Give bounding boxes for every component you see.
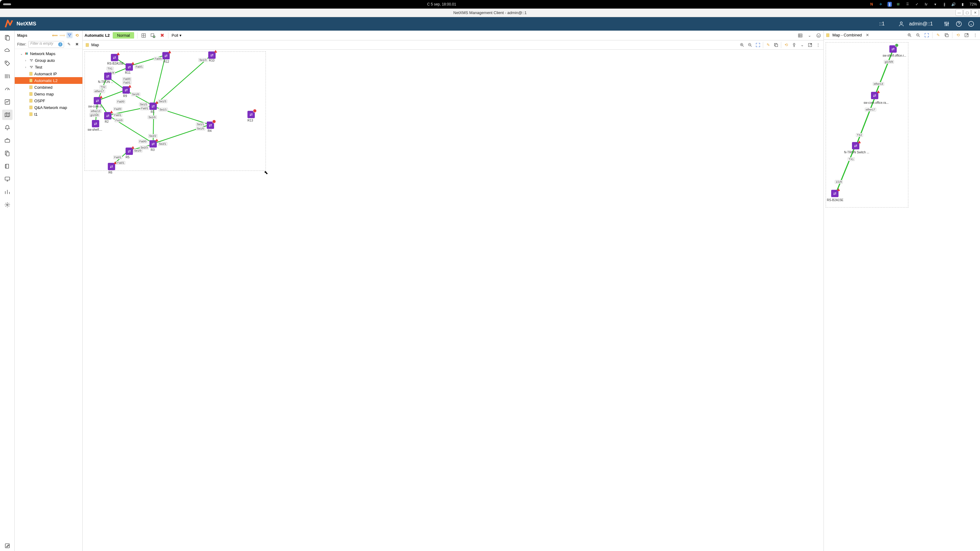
settings-sliders-icon[interactable]: [942, 19, 951, 29]
node-rs[interactable]: [111, 54, 118, 61]
zoom-out-icon[interactable]: [915, 32, 921, 38]
filter-toggle-icon[interactable]: [67, 32, 73, 38]
telegram-icon[interactable]: ✈: [878, 2, 883, 7]
zoom-fit-icon[interactable]: [755, 42, 761, 48]
node-r13[interactable]: [247, 111, 255, 118]
copy-icon[interactable]: [943, 32, 950, 38]
lang-indicator[interactable]: lv: [924, 2, 929, 7]
rail-library-icon[interactable]: [2, 71, 13, 81]
shield-icon[interactable]: ⛨: [896, 2, 901, 7]
rail-objects-icon[interactable]: [2, 32, 13, 43]
filter-info-icon[interactable]: i: [58, 42, 62, 46]
nav-forward-icon[interactable]: ⟹: [59, 32, 65, 38]
edit-pencil-icon[interactable]: ✎: [935, 32, 941, 38]
node-r3[interactable]: [150, 140, 157, 148]
node-ntron[interactable]: [852, 142, 859, 149]
volume-icon[interactable]: 🔊: [951, 2, 956, 7]
dropbox-icon[interactable]: ⠿: [905, 2, 910, 7]
rail-config-icon[interactable]: [2, 200, 13, 210]
bluetooth-tray-icon[interactable]: ∦: [888, 2, 892, 7]
wifi-icon[interactable]: ▾: [933, 2, 938, 7]
rail-edit-icon[interactable]: [2, 541, 13, 551]
copy-icon[interactable]: [773, 42, 779, 48]
zoom-out-icon[interactable]: [747, 42, 753, 48]
maps-tree[interactable]: ⌄ Network Maps › Group auto › Test Autom…: [15, 49, 83, 551]
rail-gauge-icon[interactable]: [2, 84, 13, 94]
window-maximize-button[interactable]: ▢: [964, 9, 971, 16]
tree-item-automatic-l2[interactable]: Automatic L2: [15, 77, 83, 84]
right-map-canvas[interactable]: sw-shelf.office.r... gi1/0/8 ether13 sw-…: [824, 40, 980, 551]
battery-icon[interactable]: ▮: [960, 2, 965, 7]
map-canvas[interactable]: RS-B2A15E TX1 1/1/8 R11 Fa0/1 Fa0/0 Fa0/…: [83, 49, 824, 551]
delete-icon[interactable]: ✖: [159, 32, 165, 38]
node-r1[interactable]: [150, 103, 157, 110]
nav-back-icon[interactable]: ⟸: [52, 32, 58, 38]
tree-group-auto[interactable]: › Group auto: [15, 57, 83, 64]
rail-chart-icon[interactable]: [2, 97, 13, 107]
chevron-down-icon[interactable]: ⌄: [807, 32, 813, 38]
node-ntron[interactable]: [104, 73, 111, 80]
open-external-icon[interactable]: [807, 42, 813, 48]
edit-pencil-icon[interactable]: ✎: [765, 42, 771, 48]
collapse-icon[interactable]: [816, 32, 822, 38]
right-tab-label[interactable]: Map - Combined: [832, 33, 862, 37]
node-r6[interactable]: [108, 163, 115, 170]
os-menu-pill[interactable]: [3, 3, 11, 5]
tree-item-combined[interactable]: Combined: [15, 84, 83, 91]
add-object-icon[interactable]: [150, 32, 156, 38]
tree-root-network-maps[interactable]: ⌄ Network Maps: [15, 50, 83, 57]
rail-tags-icon[interactable]: [2, 58, 13, 68]
layout-grid-icon[interactable]: [140, 32, 147, 38]
tree-item-demo-map[interactable]: Demo map: [15, 91, 83, 97]
zoom-fit-icon[interactable]: [924, 32, 930, 38]
node-r10[interactable]: [208, 51, 216, 59]
rail-business-icon[interactable]: [2, 135, 13, 146]
node-r4[interactable]: [207, 122, 214, 129]
chevron-down-icon[interactable]: ⌄: [799, 42, 805, 48]
node-r9[interactable]: [123, 86, 130, 94]
node-r11[interactable]: [126, 64, 133, 71]
node-r12[interactable]: [162, 52, 170, 59]
zoom-in-icon[interactable]: [739, 42, 745, 48]
more-menu-icon[interactable]: ⋮: [972, 32, 978, 38]
link-refresh-icon[interactable]: ⟲: [955, 32, 961, 38]
window-minimize-button[interactable]: —: [956, 9, 963, 16]
tree-item-qa-network-map[interactable]: Q&A Network map: [15, 104, 83, 111]
rail-maps-icon[interactable]: [2, 110, 13, 120]
filter-input[interactable]: Filter is empty i: [28, 41, 64, 48]
view-table-icon[interactable]: [797, 32, 803, 38]
tree-item-ospf[interactable]: OSPF: [15, 97, 83, 104]
user-icon[interactable]: [897, 19, 906, 29]
header-user[interactable]: admin@::1: [909, 21, 933, 27]
node-swshelf[interactable]: [92, 120, 99, 127]
pin-icon[interactable]: [791, 42, 797, 48]
tray-app-icon[interactable]: N: [869, 2, 874, 7]
node-swcore[interactable]: [94, 97, 101, 105]
open-external-icon[interactable]: [964, 32, 970, 38]
more-menu-icon[interactable]: ⋮: [815, 42, 821, 48]
rail-scripts-icon[interactable]: [2, 161, 13, 171]
poll-dropdown[interactable]: Poll ▾: [172, 33, 181, 38]
info-icon[interactable]: [967, 19, 976, 29]
node-r5[interactable]: [126, 148, 133, 155]
link-refresh-icon[interactable]: ⟲: [783, 42, 789, 48]
window-close-button[interactable]: ✕: [971, 9, 979, 16]
filter-clear-icon[interactable]: ✎: [66, 41, 72, 48]
node-swshelf[interactable]: [889, 45, 897, 52]
sync-ok-icon[interactable]: ✓: [915, 2, 920, 7]
tree-item-automacit-ip[interactable]: Automacit IP: [15, 70, 83, 77]
tree-item-t1[interactable]: t1: [15, 111, 83, 118]
rail-monitor-icon[interactable]: [2, 174, 13, 184]
node-r2[interactable]: [104, 112, 111, 119]
close-tab-icon[interactable]: ✕: [864, 32, 870, 38]
rail-reports-icon[interactable]: [2, 148, 13, 159]
rail-topology-icon[interactable]: [2, 187, 13, 197]
link-selection-icon[interactable]: ⟲: [74, 32, 80, 38]
zoom-in-icon[interactable]: [907, 32, 913, 38]
tree-group-test[interactable]: › Test: [15, 64, 83, 70]
help-icon[interactable]: [954, 19, 964, 29]
filter-close-icon[interactable]: ✖: [74, 41, 80, 48]
bt-icon[interactable]: ∦: [942, 2, 947, 7]
node-swcore[interactable]: [871, 92, 878, 99]
breadcrumb-map[interactable]: Map: [91, 43, 99, 47]
